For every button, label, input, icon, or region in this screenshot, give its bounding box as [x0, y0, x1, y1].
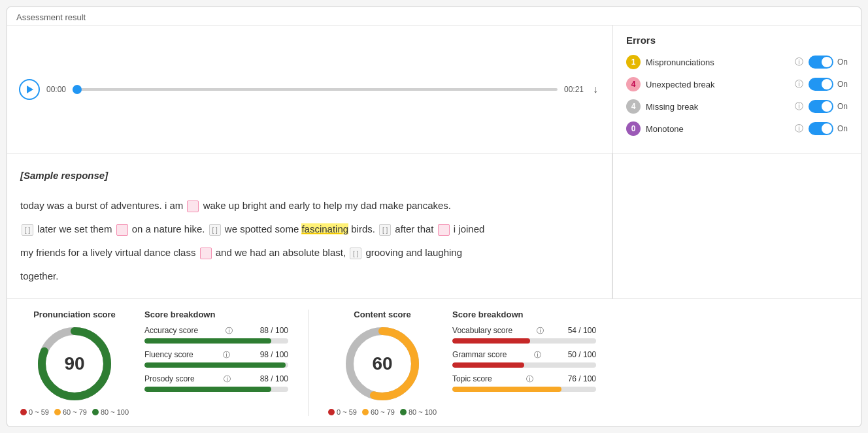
- break-marker-8: [ ]: [350, 248, 361, 259]
- content-circle-chart: 60: [343, 325, 422, 403]
- pronunciation-score-section: Pronunciation score 90 0 ~ 59 60: [20, 310, 288, 416]
- accuracy-score-value: 88 / 100: [260, 326, 288, 336]
- fluency-score-row: Fluency score ⓘ 98 / 100: [144, 350, 288, 368]
- download-button[interactable]: ↓: [590, 84, 601, 95]
- time-start: 00:00: [46, 85, 66, 94]
- fluency-score-value: 98 / 100: [260, 350, 288, 360]
- page-title: Assessment result: [7, 7, 861, 25]
- monotone-toggle-switch[interactable]: [809, 122, 833, 135]
- audio-slider[interactable]: [73, 88, 558, 91]
- unexpected-break-toggle[interactable]: On: [809, 78, 848, 91]
- pronunciation-circle-container: Pronunciation score 90 0 ~ 59 60: [20, 310, 129, 416]
- prosody-score-bar: [144, 387, 271, 392]
- accuracy-score-bar: [144, 338, 271, 344]
- grammar-score-label: Grammar score: [452, 350, 507, 360]
- legend-label-60-79-cont: 60 ~ 79: [371, 408, 395, 416]
- mispronunciations-toggle-label: On: [837, 57, 848, 67]
- monotone-toggle-label: On: [837, 124, 848, 133]
- legend-label-80-100-pron: 80 ~ 100: [101, 408, 129, 416]
- missing-break-info-icon[interactable]: ⓘ: [795, 101, 803, 112]
- legend-dot-green-cont: [400, 409, 407, 415]
- prosody-score-label: Prosody score: [144, 374, 195, 384]
- topic-score-label: Topic score: [452, 374, 492, 384]
- break-marker-3: [116, 224, 128, 236]
- fluency-score-label: Fluency score: [144, 350, 193, 360]
- pronunciation-legend: 0 ~ 59 60 ~ 79 80 ~ 100: [20, 408, 129, 416]
- legend-dot-red-pron: [20, 409, 27, 415]
- vocabulary-score-bar: [452, 338, 530, 344]
- topic-score-value: 76 / 100: [568, 374, 596, 384]
- break-marker-6: [438, 224, 450, 236]
- grammar-info-icon[interactable]: ⓘ: [534, 350, 541, 360]
- missing-break-toggle-label: On: [837, 102, 848, 111]
- error-row-missing-break: 4 Missing break ⓘ On: [626, 99, 848, 114]
- errors-title: Errors: [626, 35, 848, 46]
- legend-dot-yellow-pron: [54, 409, 61, 415]
- legend-dot-green-pron: [92, 409, 99, 415]
- transcript-line-2: [ ] later we set them on a nature hike. …: [20, 223, 484, 234]
- scores-row: Pronunciation score 90 0 ~ 59 60: [7, 298, 861, 426]
- audio-row: 00:00 00:21 ↓ Errors 1 Mispronunciations…: [7, 25, 861, 153]
- missing-break-toggle[interactable]: On: [809, 100, 848, 113]
- content-score-section: Content score 60 0 ~ 59 60 ~ 79: [328, 310, 596, 416]
- monotone-badge: 0: [626, 121, 641, 136]
- assessment-container: Assessment result 00:00 00:21 ↓ Errors 1…: [7, 7, 861, 427]
- unexpected-break-info-icon[interactable]: ⓘ: [795, 78, 803, 90]
- grammar-score-row: Grammar score ⓘ 50 / 100: [452, 350, 596, 368]
- content-breakdown-title: Score breakdown: [452, 310, 596, 319]
- pronunciation-score-value: 90: [64, 353, 84, 374]
- missing-break-badge: 4: [626, 99, 641, 114]
- monotone-label: Monotone: [646, 124, 790, 134]
- prosody-score-value: 88 / 100: [260, 374, 288, 384]
- mispronunciations-info-icon[interactable]: ⓘ: [795, 56, 803, 68]
- topic-score-bar: [452, 387, 561, 392]
- word-fascinating: fascinating: [301, 223, 348, 234]
- content-legend: 0 ~ 59 60 ~ 79 80 ~ 100: [328, 408, 437, 416]
- prosody-info-icon[interactable]: ⓘ: [224, 374, 231, 384]
- mispronunciations-toggle-switch[interactable]: [809, 56, 833, 69]
- vocabulary-score-value: 54 / 100: [568, 326, 596, 336]
- mispronunciations-label: Mispronunciations: [646, 57, 790, 67]
- legend-item-80-100-cont: 80 ~ 100: [400, 408, 437, 416]
- audio-panel: 00:00 00:21 ↓: [7, 25, 612, 153]
- score-divider: [308, 310, 309, 416]
- error-row-monotone: 0 Monotone ⓘ On: [626, 121, 848, 136]
- pronunciation-breakdown-title: Score breakdown: [144, 310, 288, 319]
- vocabulary-info-icon[interactable]: ⓘ: [537, 326, 544, 336]
- content-score-value: 60: [372, 353, 392, 374]
- transcript-area: [Sample response] today was a burst of a…: [7, 153, 612, 298]
- fluency-info-icon[interactable]: ⓘ: [223, 350, 230, 360]
- vocabulary-score-label: Vocabulary score: [452, 326, 512, 336]
- legend-item-60-79-pron: 60 ~ 79: [54, 408, 87, 416]
- transcript-line-4: together.: [20, 270, 58, 281]
- errors-right-spacer: [612, 153, 861, 298]
- legend-label-60-79-pron: 60 ~ 79: [63, 408, 87, 416]
- content-breakdown: Score breakdown Vocabulary score ⓘ 54 / …: [452, 310, 596, 398]
- break-marker-4: [ ]: [209, 224, 221, 236]
- play-button[interactable]: [19, 79, 40, 100]
- play-icon: [26, 86, 34, 93]
- unexpected-break-badge: 4: [626, 77, 641, 91]
- break-marker-5: [ ]: [379, 224, 391, 236]
- time-end: 00:21: [564, 85, 584, 94]
- missing-break-label: Missing break: [646, 102, 790, 112]
- mispronunciations-toggle[interactable]: On: [809, 56, 848, 69]
- topic-info-icon[interactable]: ⓘ: [526, 374, 533, 384]
- monotone-info-icon[interactable]: ⓘ: [795, 123, 803, 135]
- unexpected-break-toggle-switch[interactable]: [809, 78, 833, 91]
- missing-break-toggle-switch[interactable]: [809, 100, 833, 113]
- accuracy-score-row: Accuracy score ⓘ 88 / 100: [144, 326, 288, 344]
- legend-item-60-79-cont: 60 ~ 79: [362, 408, 395, 416]
- legend-item-80-100-pron: 80 ~ 100: [92, 408, 129, 416]
- prosody-score-row: Prosody score ⓘ 88 / 100: [144, 374, 288, 392]
- monotone-toggle[interactable]: On: [809, 122, 848, 135]
- legend-item-0-59-cont: 0 ~ 59: [328, 408, 357, 416]
- unexpected-break-label: Unexpected break: [646, 80, 790, 89]
- accuracy-info-icon[interactable]: ⓘ: [225, 326, 233, 336]
- content-row: [Sample response] today was a burst of a…: [7, 153, 861, 298]
- content-score-title: Content score: [354, 310, 410, 319]
- transcript-line-1: today was a burst of adventures. i am wa…: [20, 200, 451, 211]
- legend-dot-red-cont: [328, 409, 335, 415]
- error-row-mispronunciations: 1 Mispronunciations ⓘ On: [626, 55, 848, 69]
- accuracy-score-label: Accuracy score: [144, 326, 198, 336]
